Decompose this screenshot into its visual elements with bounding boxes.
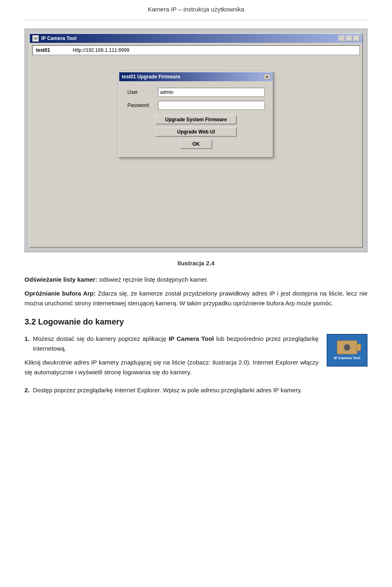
- camera-list-row[interactable]: test01 Http://192.168.1.111:8999: [32, 45, 360, 55]
- item-2-text: Dostęp poprzez przeglądarkę Internet Exp…: [33, 385, 302, 395]
- dialog-overlay: test01 Upgrade Firmware × User Password: [32, 71, 360, 158]
- app-titlebar: IP Camera Tool _ □ ×: [30, 34, 362, 43]
- user-input[interactable]: [158, 88, 265, 97]
- password-label: Password: [127, 102, 154, 108]
- content-section-item-2: 2. Dostęp poprzez przeglądarkę Internet …: [24, 385, 368, 395]
- section-heading-logowanie: 3.2 Logowanie do kamery: [24, 317, 368, 327]
- app-icon: [32, 35, 39, 42]
- maximize-btn[interactable]: □: [346, 36, 352, 41]
- numbered-item-1-row: 1. Możesz dostać się do kamery poprzez a…: [24, 334, 368, 381]
- svg-rect-2: [35, 40, 36, 40]
- close-btn[interactable]: ×: [353, 36, 360, 41]
- arp-bold-label: Opróżnianie bufora Arp:: [24, 290, 96, 297]
- item-1-number: 1.: [24, 334, 30, 354]
- password-field-row: Password: [127, 101, 265, 110]
- camera-graphic: [337, 340, 357, 354]
- camera-name: test01: [36, 47, 60, 53]
- app-title: IP Camera Tool: [41, 36, 76, 41]
- app-content: test01 Http://192.168.1.111:8999 test01 …: [30, 43, 362, 247]
- app-window: IP Camera Tool _ □ × test01 Http://192.1…: [29, 33, 363, 248]
- titlebar-buttons: _ □ ×: [339, 36, 360, 41]
- content-section-refresh: Odświeżanie listy kamer: odśwież ręcznie…: [24, 275, 368, 308]
- dialog-box: test01 Upgrade Firmware × User Password: [118, 71, 274, 158]
- dialog-content: User Password Upgrade System Firmware Up…: [119, 81, 273, 157]
- list-item-1: 1. Możesz dostać się do kamery poprzez a…: [24, 334, 318, 354]
- camera-url: Http://192.168.1.111:8999: [73, 47, 129, 53]
- ip-camera-tool-label: IP Camera Tool: [334, 356, 361, 360]
- refresh-bold-label: Odświeżanie listy kamer:: [24, 276, 97, 283]
- numbered-item-1-text: 1. Możesz dostać się do kamery poprzez a…: [24, 334, 318, 381]
- user-label: User: [127, 89, 154, 95]
- list-item-2: 2. Dostęp poprzez przeglądarkę Internet …: [24, 385, 368, 395]
- screenshot-area: IP Camera Tool _ □ × test01 Http://192.1…: [24, 29, 368, 252]
- ip-camera-tool-icon: IP Camera Tool: [327, 334, 368, 367]
- password-input[interactable]: [158, 101, 265, 110]
- upgrade-web-ui-button[interactable]: Upgrade Web UI: [155, 127, 237, 137]
- page-header: Kamera IP – instrukcja użytkownika: [24, 0, 368, 20]
- dialog-close-button[interactable]: ×: [264, 74, 270, 80]
- dialog-title: test01 Upgrade Firmware: [122, 74, 180, 80]
- item-1-subtext: Kliknij dwukrotnie adres IP kamery znajd…: [24, 358, 318, 377]
- upgrade-system-firmware-button[interactable]: Upgrade System Firmware: [155, 115, 237, 125]
- item-2-number: 2.: [24, 385, 30, 395]
- item-1-text-before: Możesz dostać się do kamery poprzez apli…: [33, 335, 169, 342]
- item-1-bold: IP Camera Tool: [169, 335, 214, 342]
- camera-lens: [343, 344, 351, 351]
- svg-rect-1: [34, 38, 37, 39]
- figure-caption: Ilustracja 2.4: [24, 260, 368, 267]
- ok-button[interactable]: OK: [180, 139, 212, 149]
- dialog-titlebar: test01 Upgrade Firmware ×: [119, 72, 273, 81]
- minimize-btn[interactable]: _: [339, 36, 345, 41]
- dialog-buttons: Upgrade System Firmware Upgrade Web UI O…: [127, 115, 265, 149]
- refresh-text: odśwież ręcznie listę dostępnych kamer.: [97, 276, 208, 283]
- item-1-content: Możesz dostać się do kamery poprzez apli…: [33, 334, 318, 354]
- user-field-row: User: [127, 88, 265, 97]
